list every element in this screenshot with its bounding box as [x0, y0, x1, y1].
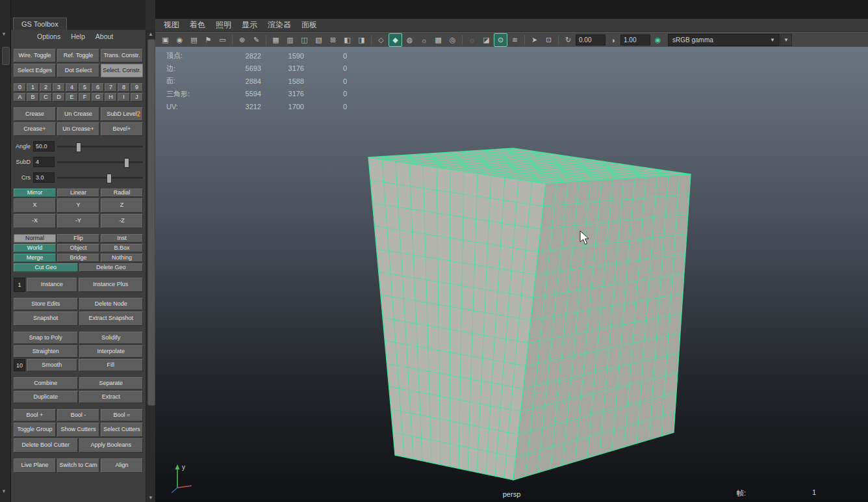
key-9-button[interactable]: 9: [131, 83, 143, 92]
panel-scrollbar[interactable]: ▲ ▼: [146, 30, 155, 502]
gamma-icon[interactable]: ◑: [606, 33, 620, 47]
radial-button[interactable]: Radial: [101, 189, 143, 197]
delete-node-button[interactable]: Delete Node: [79, 298, 144, 310]
solidify-button[interactable]: Solidify: [79, 332, 144, 344]
delete-geo-button[interactable]: Delete Geo: [79, 263, 144, 272]
key-4-button[interactable]: 4: [66, 83, 78, 92]
view-transform-expand-button[interactable]: ▼: [780, 34, 792, 46]
slider-track[interactable]: [57, 161, 143, 163]
use-all-lights-icon[interactable]: ☼: [417, 33, 431, 47]
menu-item-help[interactable]: Help: [71, 33, 85, 40]
separate-button[interactable]: Separate: [79, 377, 144, 390]
bool-equals-button[interactable]: Bool =: [101, 409, 143, 421]
y-button[interactable]: Y: [57, 198, 99, 213]
bookmark-icon[interactable]: ⚑: [201, 33, 215, 47]
viewport-menu-item[interactable]: 着色: [185, 20, 210, 31]
anti-aliasing-icon[interactable]: ≋: [508, 33, 522, 47]
camera-attributes-icon[interactable]: ▤: [187, 33, 201, 47]
instance-button[interactable]: Instance: [27, 278, 77, 292]
gate-mask-icon[interactable]: ▧: [312, 33, 326, 47]
wireframe-icon[interactable]: ◇: [374, 33, 388, 47]
delete-bool-cutter-button[interactable]: Delete Bool Cutter: [14, 438, 78, 453]
select-camera-icon[interactable]: ▣: [159, 33, 172, 47]
panel-title-tab[interactable]: GS Toolbox: [13, 18, 67, 30]
wire-toggle-button[interactable]: Wire. Toggle: [14, 49, 56, 62]
duplicate-button[interactable]: Duplicate: [14, 391, 78, 403]
toggle-group-button[interactable]: Toggle Group: [14, 423, 56, 437]
viewport-menu-item[interactable]: 显示: [237, 20, 262, 31]
slider-handle[interactable]: [124, 158, 129, 168]
bridge-button[interactable]: Bridge: [57, 254, 99, 262]
show-cutters-button[interactable]: Show Cutters: [57, 423, 99, 437]
crease-button[interactable]: Crease: [14, 107, 56, 121]
snapshot-button[interactable]: Snapshot: [14, 311, 78, 326]
world-button[interactable]: World: [14, 244, 56, 252]
grease-pencil-icon[interactable]: ✎: [249, 33, 263, 47]
dot-select-button[interactable]: Dot Select: [57, 64, 99, 77]
combine-button[interactable]: Combine: [14, 377, 78, 390]
occlusion-icon[interactable]: ◎: [446, 33, 459, 47]
switch-to-cam-button[interactable]: Switch to Cam: [57, 458, 99, 473]
z-button[interactable]: Z: [101, 198, 143, 213]
field-chart-icon[interactable]: ⊞: [326, 33, 340, 47]
key-c-button[interactable]: C: [40, 93, 52, 101]
nothing-button[interactable]: Nothing: [101, 254, 143, 262]
straighten-button[interactable]: Straighten: [14, 345, 78, 358]
smooth-button[interactable]: Smooth: [27, 359, 77, 371]
slider-value-field[interactable]: 50.0: [33, 141, 55, 152]
isolate-select-icon[interactable]: ◌: [465, 33, 479, 47]
key-2-button[interactable]: 2: [40, 83, 52, 92]
key-5-button[interactable]: 5: [79, 83, 91, 92]
2d-pan-zoom-icon[interactable]: ⊕: [235, 33, 249, 47]
key-8-button[interactable]: 8: [118, 83, 130, 92]
component-select-icon[interactable]: ⊡: [542, 33, 555, 47]
view-transform-dropdown[interactable]: sRGB gamma ▼: [668, 34, 780, 46]
grid-icon[interactable]: ▦: [269, 33, 283, 47]
slider-value-field[interactable]: 4: [33, 157, 55, 167]
gamma-field[interactable]: 1.00: [620, 34, 650, 46]
object-button[interactable]: Object: [57, 244, 99, 252]
viewport-menu-item[interactable]: 照明: [211, 20, 236, 31]
exposure-icon[interactable]: ↻: [561, 33, 575, 47]
shadows-icon[interactable]: ▩: [431, 33, 445, 47]
viewport-canvas[interactable]: 顶点:282215900边:569331760面:288415880三角形:55…: [155, 47, 868, 502]
lock-camera-icon[interactable]: ◉: [173, 33, 186, 47]
key-a-button[interactable]: A: [14, 93, 26, 101]
safe-action-icon[interactable]: ◧: [340, 33, 354, 47]
key-f-button[interactable]: F: [79, 93, 91, 101]
select-edges-button[interactable]: Select Edges: [14, 64, 56, 77]
scroll-up-icon[interactable]: ▲: [146, 31, 155, 37]
smooth-shade-icon[interactable]: ◆: [389, 33, 402, 47]
key-7-button[interactable]: 7: [105, 83, 117, 92]
cut-geo-button[interactable]: Cut Geo: [14, 263, 78, 272]
count-field[interactable]: 10: [14, 359, 25, 371]
normal-button[interactable]: Normal: [14, 234, 56, 243]
collapse-arrow-icon[interactable]: ▼: [1, 488, 6, 494]
x-button[interactable]: X: [14, 198, 56, 213]
cube-mesh[interactable]: [155, 47, 868, 502]
fill-button[interactable]: Fill: [79, 359, 143, 371]
scrollbar-thumb[interactable]: [147, 39, 155, 406]
select-cutters-button[interactable]: Select Cutters: [101, 423, 143, 437]
neg-y-button[interactable]: -Y: [57, 214, 99, 228]
bool-minus-button[interactable]: Bool -: [57, 409, 99, 421]
ref-toggle-button[interactable]: Ref. Toggle: [57, 49, 99, 62]
slider-handle[interactable]: [76, 142, 81, 152]
flip-button[interactable]: Flip: [57, 234, 99, 243]
key-1-button[interactable]: 1: [27, 83, 39, 92]
resolution-gate-icon[interactable]: ◫: [298, 33, 311, 47]
extract-snapshot-button[interactable]: Extract Snapshot: [79, 311, 144, 326]
textured-icon[interactable]: ◍: [403, 33, 416, 47]
scroll-down-icon[interactable]: ▼: [146, 495, 155, 501]
key-6-button[interactable]: 6: [92, 83, 104, 92]
mirror-button[interactable]: Mirror: [14, 189, 56, 197]
key-b-button[interactable]: B: [27, 93, 39, 101]
menu-item-about[interactable]: About: [96, 33, 113, 40]
neg-x-button[interactable]: -X: [14, 214, 56, 228]
ssao-icon[interactable]: ⊙: [494, 33, 507, 47]
un-crease-button[interactable]: Un Crease: [57, 107, 99, 121]
slider-track[interactable]: [57, 146, 143, 148]
safe-title-icon[interactable]: ◨: [355, 33, 368, 47]
live-plane-button[interactable]: Live Plane: [14, 458, 56, 473]
store-edits-button[interactable]: Store Edits: [14, 298, 78, 310]
